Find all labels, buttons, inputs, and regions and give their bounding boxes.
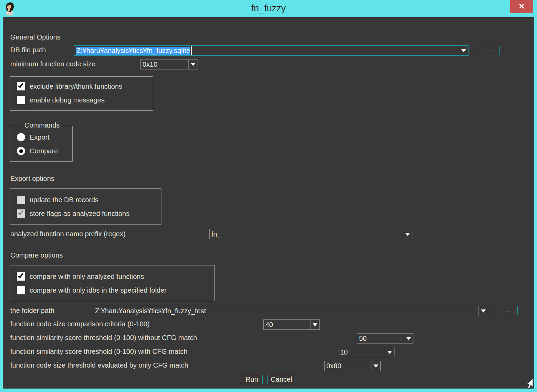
chevron-down-icon <box>405 233 410 236</box>
db-file-path-value[interactable]: Z:¥haru¥analysis¥tics¥fn_fuzzy.sqlite <box>74 46 459 55</box>
general-options-heading: General Options <box>10 33 61 41</box>
exclude-library-label: exclude library/thunk functions <box>30 83 122 90</box>
compare-options-heading: Compare options <box>10 251 63 259</box>
chevron-down-icon <box>191 63 196 66</box>
text-caret <box>191 46 192 55</box>
commands-groupbox: Commands Export Compare <box>10 126 73 162</box>
min-code-size-label: minimum function code size <box>10 60 95 68</box>
similarity-without-cfg-label: function similarity score threshold (0-1… <box>10 334 197 342</box>
radio-dot <box>19 149 23 153</box>
check-icon <box>18 82 23 88</box>
code-size-criteria-dropdown-button[interactable] <box>310 320 319 329</box>
chevron-down-icon <box>313 323 317 326</box>
store-flags-checkbox <box>17 209 25 218</box>
update-db-label: update the DB records <box>30 196 98 204</box>
prefix-label: analyzed function name prefix (regex) <box>10 230 126 238</box>
checkbox-row-only-analyzed[interactable]: compare with only analyzed functions <box>17 272 144 281</box>
prefix-value[interactable]: fn_ <box>210 229 403 239</box>
prefix-dropdown-button[interactable] <box>403 229 412 239</box>
store-flags-label: store flags as analyzed functions <box>30 210 129 218</box>
close-icon: ✕ <box>518 2 525 11</box>
size-threshold-cfg-value[interactable]: 0x80 <box>325 361 371 371</box>
size-threshold-cfg-label: function code size threshold evaluated b… <box>10 361 188 369</box>
similarity-with-cfg-dropdown-button[interactable] <box>385 347 394 357</box>
similarity-with-cfg-combobox[interactable]: 10 <box>338 347 394 357</box>
code-size-criteria-label: function code size comparison criteria (… <box>10 320 150 328</box>
fn-fuzzy-dialog: fn_fuzzy ✕ General Options DB file path … <box>0 0 537 392</box>
similarity-without-cfg-dropdown-button[interactable] <box>404 334 413 343</box>
folder-path-combobox[interactable]: Z:¥haru¥analysis¥tics¥fn_fuzzy_test <box>93 306 488 316</box>
checkbox-row-store-flags: store flags as analyzed functions <box>17 209 129 218</box>
exclude-library-checkbox[interactable] <box>17 82 25 90</box>
update-db-checkbox <box>17 196 25 204</box>
dialog-content: General Options DB file path Z:¥haru¥ana… <box>3 17 534 389</box>
only-analyzed-checkbox[interactable] <box>17 272 25 281</box>
min-code-size-combobox[interactable]: 0x10 <box>140 59 198 69</box>
window-title: fn_fuzzy <box>0 0 537 17</box>
min-code-size-value[interactable]: 0x10 <box>141 59 188 69</box>
chevron-down-icon <box>481 309 486 313</box>
export-options-groupbox: update the DB records store flags as ana… <box>10 188 161 225</box>
chevron-down-icon <box>461 49 466 52</box>
check-icon <box>18 272 23 278</box>
folder-path-label: the folder path <box>10 307 54 315</box>
similarity-with-cfg-label: function similarity score threshold (0-1… <box>10 348 188 356</box>
size-threshold-cfg-dropdown-button[interactable] <box>371 361 380 371</box>
export-options-heading: Export options <box>10 175 54 183</box>
checkbox-row-update-db: update the DB records <box>17 196 98 204</box>
only-idbs-checkbox[interactable] <box>17 286 25 294</box>
code-size-criteria-combobox[interactable]: 40 <box>263 319 320 330</box>
db-file-path-label: DB file path <box>10 46 46 54</box>
only-analyzed-label: compare with only analyzed functions <box>30 273 144 281</box>
compare-radio[interactable] <box>17 147 25 155</box>
commands-legend: Commands <box>22 121 62 129</box>
mouse-cursor <box>523 378 534 389</box>
checkbox-row-only-idbs[interactable]: compare with only idbs in the specified … <box>17 286 167 294</box>
run-button[interactable]: Run <box>241 375 263 384</box>
compare-options-groupbox: compare with only analyzed functions com… <box>10 265 215 301</box>
prefix-combobox[interactable]: fn_ <box>209 229 412 239</box>
folder-path-dropdown-button[interactable] <box>478 306 488 316</box>
checkbox-row-exclude-library[interactable]: exclude library/thunk functions <box>17 82 122 90</box>
radio-row-export[interactable]: Export <box>17 133 50 141</box>
export-radio-label: Export <box>30 133 50 141</box>
debug-messages-checkbox[interactable] <box>17 96 25 104</box>
only-idbs-label: compare with only idbs in the specified … <box>30 286 167 294</box>
similarity-without-cfg-combobox[interactable]: 50 <box>357 333 413 344</box>
check-icon <box>18 209 23 215</box>
db-file-path-dropdown-button[interactable] <box>459 46 468 55</box>
checkbox-row-debug-messages[interactable]: enable debug messages <box>17 96 105 104</box>
similarity-without-cfg-value[interactable]: 50 <box>357 334 404 343</box>
min-code-size-dropdown-button[interactable] <box>188 59 198 69</box>
folder-path-value[interactable]: Z:¥haru¥analysis¥tics¥fn_fuzzy_test <box>93 306 478 316</box>
folder-path-browse-button[interactable]: ... <box>496 306 518 315</box>
code-size-criteria-value[interactable]: 40 <box>264 320 310 329</box>
size-threshold-cfg-combobox[interactable]: 0x80 <box>324 361 381 371</box>
db-file-path-browse-button[interactable]: ... <box>478 46 500 55</box>
cancel-button[interactable]: Cancel <box>267 375 295 384</box>
radio-row-compare[interactable]: Compare <box>17 147 58 155</box>
close-button[interactable]: ✕ <box>510 0 533 13</box>
chevron-down-icon <box>406 337 411 340</box>
debug-messages-label: enable debug messages <box>30 96 105 104</box>
titlebar[interactable]: fn_fuzzy ✕ <box>0 0 537 17</box>
chevron-down-icon <box>373 364 378 368</box>
similarity-with-cfg-value[interactable]: 10 <box>338 347 385 357</box>
chevron-down-icon <box>387 351 392 354</box>
general-options-groupbox: exclude library/thunk functions enable d… <box>10 76 153 111</box>
compare-radio-label: Compare <box>30 147 58 155</box>
export-radio[interactable] <box>17 133 25 141</box>
db-file-path-combobox[interactable]: Z:¥haru¥analysis¥tics¥fn_fuzzy.sqlite <box>74 45 468 56</box>
